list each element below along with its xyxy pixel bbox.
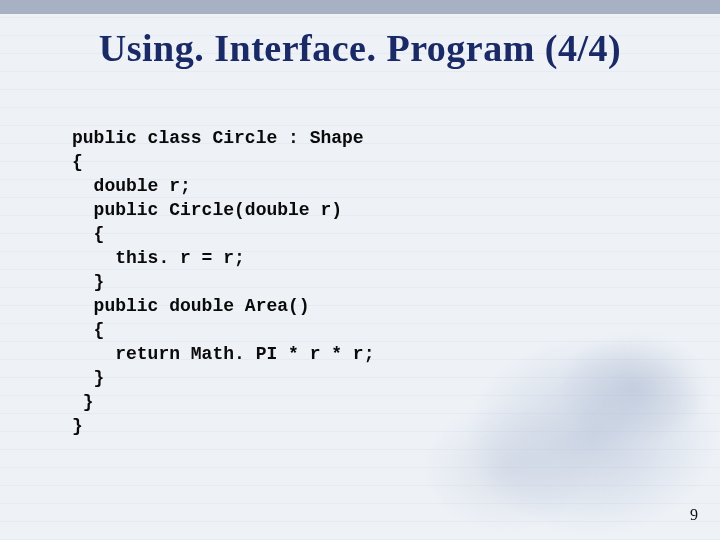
background-image xyxy=(340,260,720,540)
slide-title: Using. Interface. Program (4/4) xyxy=(0,26,720,70)
code-block: public class Circle : Shape { double r; … xyxy=(72,126,374,438)
slide: Using. Interface. Program (4/4) public c… xyxy=(0,0,720,540)
page-number: 9 xyxy=(690,506,698,524)
top-band xyxy=(0,0,720,14)
